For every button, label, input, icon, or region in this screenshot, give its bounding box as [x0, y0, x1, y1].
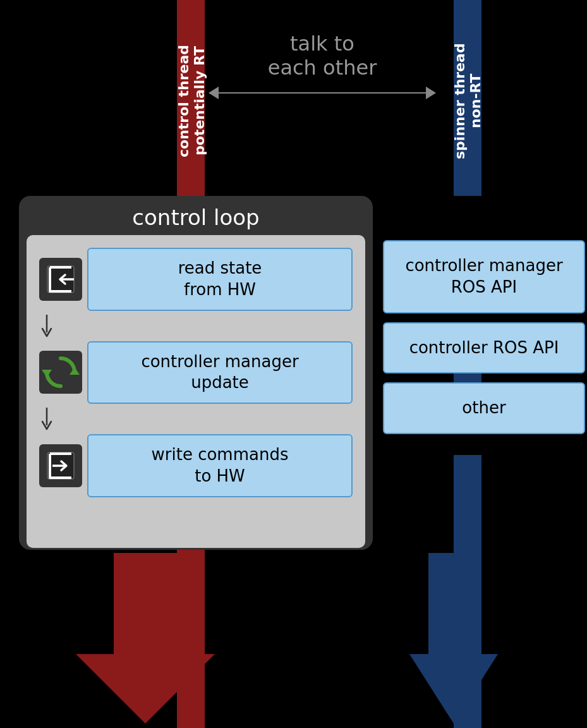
controller-manager-update-box: controller manager update	[87, 341, 353, 404]
arrow-line	[219, 92, 426, 94]
write-hw-icon	[39, 444, 82, 487]
arrow-head-right	[426, 87, 436, 99]
right-column: controller manager ROS API controller RO…	[383, 240, 585, 443]
arrow-down-2	[39, 408, 61, 430]
control-loop-inner: read state from HW co	[27, 235, 365, 548]
talk-arrow	[209, 87, 436, 99]
talk-text: talk to each other	[268, 32, 377, 80]
big-blue-arrow	[409, 553, 498, 724]
control-loop-title: control loop	[19, 196, 373, 235]
svg-marker-10	[76, 553, 215, 724]
arrow-head-left	[209, 87, 219, 99]
control-loop-box: control loop read state from HW	[19, 196, 373, 550]
svg-marker-11	[409, 553, 498, 724]
step-row-write: write commands to HW	[39, 434, 353, 497]
read-hw-icon	[39, 258, 82, 301]
talk-section: talk to each other	[196, 32, 449, 99]
big-red-arrow	[63, 553, 227, 724]
svg-marker-5	[42, 370, 52, 377]
step-row-read: read state from HW	[39, 248, 353, 311]
spinner-seg-3	[454, 455, 481, 543]
read-state-box: read state from HW	[87, 248, 353, 311]
controller-manager-ros-api-box: controller manager ROS API	[383, 240, 585, 313]
write-commands-box: write commands to HW	[87, 434, 353, 497]
controller-ros-api-box: controller ROS API	[383, 322, 585, 374]
spinner-thread-label: spinner thread non-RT	[444, 13, 491, 190]
arrow-down-1	[39, 315, 61, 337]
other-box: other	[383, 382, 585, 434]
refresh-icon	[39, 351, 82, 394]
step-row-update: controller manager update	[39, 341, 353, 404]
svg-marker-4	[70, 367, 80, 375]
